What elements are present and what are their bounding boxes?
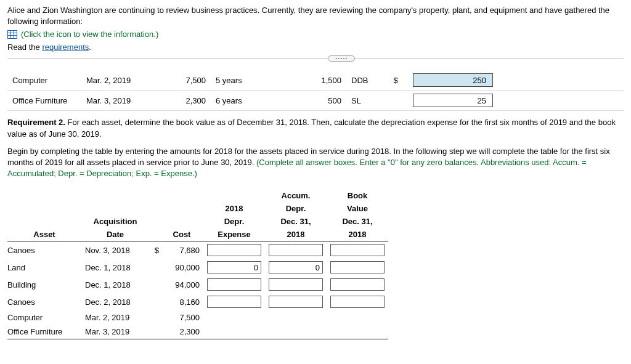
bv-cost: 90,000 bbox=[160, 259, 203, 276]
asset-info-table: ComputerMar. 2, 20197,5005 years1,500DDB… bbox=[7, 70, 624, 111]
intro-text: Alice and Zion Washington are continuing… bbox=[7, 5, 624, 27]
requirements-link[interactable]: requirements bbox=[42, 42, 89, 52]
instructions: Begin by completing the table by enterin… bbox=[7, 146, 624, 180]
asset-info-row: ComputerMar. 2, 20197,5005 years1,500DDB… bbox=[7, 70, 624, 91]
svg-rect-0 bbox=[8, 30, 17, 38]
header-accum-2018: 2018 bbox=[265, 228, 327, 241]
accum-depr-input[interactable] bbox=[269, 261, 323, 273]
accum-depr-input[interactable] bbox=[269, 278, 323, 291]
requirement-2-label: Requirement 2. bbox=[7, 118, 65, 127]
bv-asset: Building bbox=[7, 276, 81, 293]
scroll-handle-top[interactable] bbox=[7, 58, 624, 64]
bv-dollar bbox=[149, 259, 160, 276]
header-accum-depr: Depr. bbox=[265, 202, 327, 215]
bv-cost: 94,000 bbox=[160, 276, 203, 293]
monthly-expense-box[interactable]: 250 bbox=[413, 73, 493, 87]
header-acquisition: Acquisition bbox=[81, 215, 149, 228]
header-date: Date bbox=[81, 228, 149, 241]
asset-name: Computer bbox=[7, 70, 81, 91]
bv-cost: 2,300 bbox=[160, 325, 203, 339]
bv-cost: 7,680 bbox=[160, 241, 203, 259]
header-book-value: Value bbox=[327, 202, 388, 215]
asset-name: Office Furniture bbox=[7, 91, 81, 111]
table-row: ComputerMar. 2, 20197,500 bbox=[7, 310, 388, 325]
header-2018: 2018 bbox=[203, 202, 265, 215]
bv-date: Mar. 2, 2019 bbox=[81, 310, 149, 325]
bv-dollar bbox=[149, 276, 160, 293]
dollar-sign: $ bbox=[383, 70, 408, 91]
header-cost: Cost bbox=[160, 228, 203, 241]
bv-date: Mar. 3, 2019 bbox=[81, 325, 149, 339]
bv-cost: 8,160 bbox=[160, 293, 203, 310]
asset-cost: 2,300 bbox=[155, 91, 211, 111]
read-req-prefix: Read the bbox=[7, 42, 42, 52]
header-book-dec31: Dec. 31, bbox=[327, 215, 388, 228]
header-accum: Accum. bbox=[265, 189, 327, 202]
read-req-suffix: . bbox=[89, 42, 91, 52]
read-requirements: Read the requirements. bbox=[7, 42, 624, 52]
depr-expense-input[interactable] bbox=[207, 296, 261, 308]
table-row: LandDec. 1, 201890,000 bbox=[7, 259, 388, 276]
depr-expense-input[interactable] bbox=[207, 261, 261, 273]
header-expense: Expense bbox=[203, 228, 265, 241]
accum-depr-input[interactable] bbox=[269, 296, 323, 308]
bv-dollar bbox=[149, 310, 160, 325]
accum-depr-input[interactable] bbox=[269, 244, 323, 256]
asset-residual: 500 bbox=[297, 91, 346, 111]
book-value-input[interactable] bbox=[330, 296, 385, 308]
asset-residual: 1,500 bbox=[297, 70, 346, 91]
bv-dollar: $ bbox=[149, 241, 160, 259]
asset-cost: 7,500 bbox=[155, 70, 211, 91]
bv-date: Dec. 1, 2018 bbox=[81, 259, 149, 276]
info-link-row: (Click the icon to view the information.… bbox=[7, 30, 624, 39]
bv-dollar bbox=[149, 325, 160, 339]
asset-date: Mar. 3, 2019 bbox=[81, 91, 155, 111]
data-table-icon[interactable] bbox=[7, 30, 17, 39]
bv-asset: Office Furniture bbox=[7, 325, 81, 339]
bv-asset: Canoes bbox=[7, 241, 81, 259]
bv-date: Dec. 1, 2018 bbox=[81, 276, 149, 293]
header-asset: Asset bbox=[7, 228, 81, 241]
requirement-2-text: For each asset, determine the book value… bbox=[7, 118, 616, 138]
header-accum-dec31: Dec. 31, bbox=[265, 215, 327, 228]
header-depr: Depr. bbox=[203, 215, 265, 228]
table-row: CanoesNov. 3, 2018$7,680 bbox=[7, 241, 388, 259]
bv-asset: Land bbox=[7, 259, 81, 276]
header-book-2018: 2018 bbox=[327, 228, 388, 241]
asset-info-row: Office FurnitureMar. 3, 20192,3006 years… bbox=[7, 91, 624, 111]
book-value-input[interactable] bbox=[330, 261, 385, 273]
table-row: BuildingDec. 1, 201894,000 bbox=[7, 276, 388, 293]
asset-date: Mar. 2, 2019 bbox=[81, 70, 155, 91]
bv-asset: Canoes bbox=[7, 293, 81, 310]
table-row: Office FurnitureMar. 3, 20192,300 bbox=[7, 325, 388, 339]
bv-dollar bbox=[149, 293, 160, 310]
bv-date: Nov. 3, 2018 bbox=[81, 241, 149, 259]
dollar-sign bbox=[383, 91, 408, 111]
table-row: CanoesDec. 2, 20188,160 bbox=[7, 293, 388, 310]
book-value-input[interactable] bbox=[330, 278, 385, 291]
header-book: Book bbox=[327, 189, 388, 202]
depr-expense-input[interactable] bbox=[207, 244, 261, 256]
depr-expense-input[interactable] bbox=[207, 278, 261, 291]
bv-cost: 7,500 bbox=[160, 310, 203, 325]
monthly-expense-box[interactable]: 25 bbox=[413, 94, 493, 107]
asset-life: 6 years bbox=[211, 91, 260, 111]
book-value-input[interactable] bbox=[330, 244, 385, 256]
bv-date: Dec. 2, 2018 bbox=[81, 293, 149, 310]
asset-method: SL bbox=[346, 91, 383, 111]
book-value-table: Accum. Book 2018 Depr. Value Acquisition… bbox=[7, 189, 388, 339]
asset-life: 5 years bbox=[211, 70, 260, 91]
asset-method: DDB bbox=[346, 70, 383, 91]
requirement-2: Requirement 2. For each asset, determine… bbox=[7, 117, 624, 139]
bv-asset: Computer bbox=[7, 310, 81, 325]
view-information-link[interactable]: (Click the icon to view the information.… bbox=[21, 30, 158, 39]
